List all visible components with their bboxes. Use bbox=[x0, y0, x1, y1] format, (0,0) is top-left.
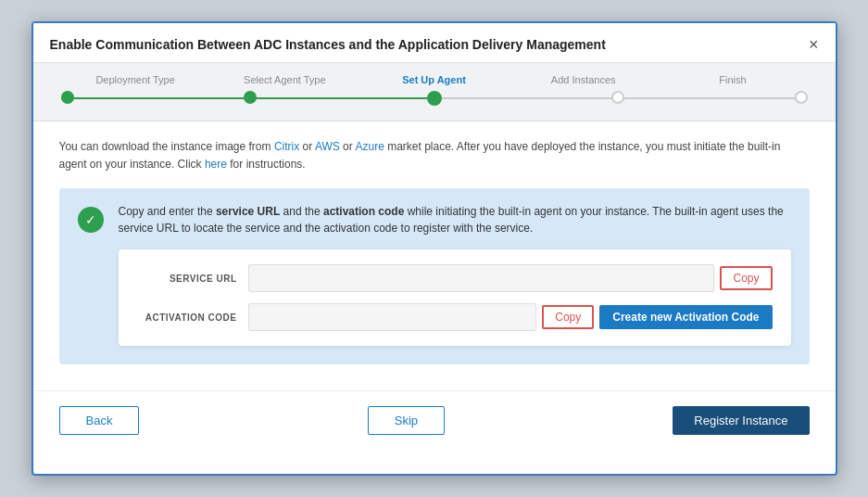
link-azure[interactable]: Azure bbox=[355, 140, 384, 153]
info-desc-bold1: service URL bbox=[216, 205, 280, 218]
info-box: ✓ Copy and enter the service URL and the… bbox=[59, 188, 810, 364]
footer-right: Register Instance bbox=[673, 406, 809, 435]
step-label-4: Add Instances bbox=[509, 74, 658, 85]
modal-body: You can download the instance image from… bbox=[33, 121, 836, 381]
info-desc-bold2: activation code bbox=[323, 205, 404, 218]
check-icon: ✓ bbox=[78, 207, 104, 233]
intro-text-end: for instructions. bbox=[227, 158, 306, 171]
step-label-3: Set Up Agent bbox=[359, 74, 509, 85]
register-instance-button[interactable]: Register Instance bbox=[673, 406, 809, 435]
activation-code-input[interactable] bbox=[248, 303, 537, 331]
intro-text-or2: or bbox=[340, 140, 356, 153]
step-dot-5 bbox=[795, 91, 808, 104]
copy-service-url-button[interactable]: Copy bbox=[720, 266, 772, 290]
stepper-dots bbox=[61, 91, 808, 106]
stepper: Deployment Type Select Agent Type Set Up… bbox=[33, 63, 836, 121]
copy-activation-code-button[interactable]: Copy bbox=[542, 305, 594, 329]
create-activation-code-button[interactable]: Create new Activation Code bbox=[599, 305, 772, 329]
stepper-labels: Deployment Type Select Agent Type Set Up… bbox=[61, 74, 808, 85]
back-button[interactable]: Back bbox=[59, 406, 140, 435]
intro-text: You can download the instance image from… bbox=[59, 138, 810, 173]
step-dot-1 bbox=[61, 91, 74, 104]
info-box-inner: ✓ Copy and enter the service URL and the… bbox=[78, 203, 791, 346]
stepper-track bbox=[61, 91, 808, 106]
footer-left: Back bbox=[59, 406, 140, 435]
main-modal: Enable Communication Between ADC Instanc… bbox=[31, 21, 837, 476]
skip-button[interactable]: Skip bbox=[368, 406, 445, 435]
modal-header: Enable Communication Between ADC Instanc… bbox=[33, 23, 836, 63]
info-desc-part2: and the bbox=[280, 205, 323, 218]
step-label-2: Select Agent Type bbox=[210, 74, 359, 85]
credentials-card: SERVICE URL Copy ACTIVATION CODE Copy Cr… bbox=[119, 249, 791, 346]
intro-text-before-citrix: You can download the instance image from bbox=[59, 140, 274, 153]
info-desc-part1: Copy and enter the bbox=[119, 205, 216, 218]
intro-text-or1: or bbox=[299, 140, 315, 153]
service-url-input[interactable] bbox=[248, 264, 715, 292]
step-label-1: Deployment Type bbox=[61, 74, 210, 85]
step-dot-2 bbox=[244, 91, 257, 104]
activation-code-label: ACTIVATION CODE bbox=[137, 312, 248, 323]
step-label-5: Finish bbox=[658, 74, 807, 85]
modal-footer: Back Skip Register Instance bbox=[33, 390, 836, 450]
link-here[interactable]: here bbox=[205, 158, 227, 171]
link-citrix[interactable]: Citrix bbox=[274, 140, 299, 153]
close-button[interactable]: × bbox=[809, 36, 819, 53]
footer-center: Skip bbox=[368, 406, 445, 435]
step-dot-3 bbox=[427, 91, 442, 106]
service-url-label: SERVICE URL bbox=[137, 274, 248, 284]
info-box-content: Copy and enter the service URL and the a… bbox=[119, 203, 791, 346]
modal-title: Enable Communication Between ADC Instanc… bbox=[50, 37, 606, 52]
service-url-row: SERVICE URL Copy bbox=[137, 264, 773, 292]
activation-code-row: ACTIVATION CODE Copy Create new Activati… bbox=[137, 303, 773, 331]
link-aws[interactable]: AWS bbox=[315, 140, 340, 153]
step-dot-4 bbox=[611, 91, 624, 104]
info-description: Copy and enter the service URL and the a… bbox=[119, 203, 791, 236]
